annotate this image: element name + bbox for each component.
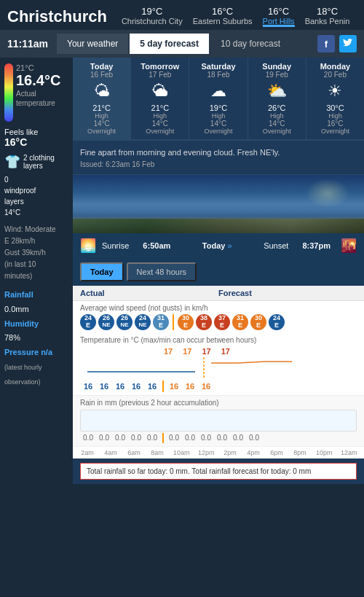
day-forecast-row: Today 16 Feb 🌤 21°C High 14°C Overnight … [73,58,364,140]
temp-forecast-3: 17 [221,347,230,356]
rain-forecast-4: 0.0 [230,434,246,442]
tab-5day[interactable]: 5 day forecast [130,34,209,54]
rain-forecast-2: 0.0 [198,434,214,442]
description-box: Fine apart from morning and evening clou… [73,140,364,175]
time-11: 12am [341,449,357,456]
time-labels: 2am 4am 6am 8am 10am 12pm 2pm 4pm 6pm 8p… [73,446,364,459]
wind-info: Wind: Moderate E 28km/h Gust 39km/h (in … [4,224,68,282]
location-eastern-suburbs[interactable]: 16°C Eastern Suburbs [193,6,253,27]
wind-actual-1: 26NE [98,314,114,330]
time-4: 10am [173,449,189,456]
time-7: 4pm [246,449,261,456]
wind-forecast-4: 30E [250,314,266,330]
rain-chart [80,410,357,432]
clothing-info: 👕 2 clothing layers [4,154,68,170]
tomorrow-weather-icon: 🌥 [132,82,187,101]
rain-actual-1: 0.0 [96,434,112,442]
wind-actual-2: 26NE [116,314,132,330]
wind-forecast-3: 31E [232,314,248,330]
rain-actual-4: 0.0 [144,434,160,442]
tab-today[interactable]: Today [80,262,124,281]
location-list: 19°C Christchurch City 16°C Eastern Subu… [122,6,349,27]
temp-forecast-0: 17 [164,347,173,356]
rain-actual-3: 0.0 [128,434,144,442]
facebook-icon[interactable]: f [317,35,335,52]
feels-like-temp: 16°C [4,136,27,148]
wind-forecast-0: 30E [178,314,194,330]
rain-forecast-5: 0.0 [246,434,262,442]
actual-temp: 16.4°C [16,72,60,89]
today-label: Today » [176,241,258,250]
shirt-icon: 👕 [4,154,20,170]
description-text: Fine apart from morning and evening clou… [80,147,357,159]
tab-your-weather[interactable]: Your weather [57,34,128,54]
tab-next-48[interactable]: Next 48 hours [127,262,197,281]
today-arrows: » [227,241,232,250]
temp-gradient-bar [4,63,13,122]
navbar: 11:11am Your weather 5 day forecast 10 d… [0,30,364,58]
rain-section: Rain in mm (previous 2 hour accumulation… [73,395,364,446]
city-name: Christchurch [7,7,107,26]
temp-top-label: 21°C [16,63,60,72]
rain-forecast-3: 0.0 [214,434,230,442]
day-col-saturday: Saturday 18 Feb ☁ 19°C High 14°C Overnig… [189,58,248,139]
temp-forecast-bottom-2: 16 [198,382,214,391]
actual-temp-label: Actualtemperature [16,89,60,108]
rain-actual-0: 0.0 [80,434,96,442]
wind-forecast-2: 37E [214,314,230,330]
windproof-info: 0 windproof layers 14°C [4,174,68,218]
sun-row: 🌅 Sunrise 6:50am Today » Sunset 8:37pm 🌇 [73,233,364,258]
temp-chart [80,357,357,379]
sunset-icon: 🌇 [341,238,357,254]
sunrise-icon: 🌅 [80,238,96,254]
footer-text: Total rainfall so far today: 0 mm. Total… [87,467,311,475]
weather-stats: Rainfall 0.0mm Humidity 78% Pressure n/a… [4,288,68,389]
temp-actual-3: 16 [128,382,144,391]
issued-time: Issued: 6:23am 16 Feb [80,160,357,168]
location-banks-penin[interactable]: 18°C Banks Penin [305,6,350,27]
temp-actual-0: 16 [80,382,96,391]
location-port-hills[interactable]: 16°C Port Hills [263,6,295,27]
detail-tabs: Today Next 48 hours [73,258,364,286]
twitter-icon[interactable] [339,35,357,52]
sunset-label: Sunset [264,241,288,250]
today-weather-icon: 🌤 [74,82,129,101]
wind-forecast-1: 38E [196,314,212,330]
time-9: 8pm [293,449,307,456]
temp-top-values: 17 17 17 17 [80,347,357,356]
time-2: 6am [127,449,141,456]
landscape-overlay [73,211,364,233]
landscape-image [73,175,364,233]
temp-forecast-2: 17 [202,347,211,356]
wind-circles: 24E 26NE 26NE 24NE 31E 30E 38E 37E 31E 3… [80,314,357,330]
temp-label: Temperature in °C (max/min can occur bet… [80,336,357,344]
location-christchurch-city[interactable]: 19°C Christchurch City [122,6,183,27]
wind-forecast-5: 24E [269,314,285,330]
feels-like: Feels like 16°C [4,128,68,148]
nav-tab-group: Your weather 5 day forecast 10 day forec… [57,34,317,54]
rain-actual-2: 0.0 [112,434,128,442]
temp-forecast-1: 17 [183,347,191,356]
time-10: 10pm [316,449,332,456]
temp-forecast-bottom-0: 16 [166,382,182,391]
temp-actual-2: 16 [112,382,128,391]
wind-label: Average wind speed (not gusts) in km/h [80,304,357,312]
clothing-layers: 2 clothing layers [23,154,55,170]
rainfall-stat: Rainfall 0.0mm [4,288,68,317]
wind-actual-0: 24E [80,314,96,330]
sunrise-time: 6:50am [143,241,170,250]
forecast-header: Forecast [218,289,357,297]
temp-bar: 21°C 16.4°C Actualtemperature [4,63,68,122]
temp-bottom-row: 16 16 16 16 16 16 16 16 [73,379,364,395]
wind-speed-section: Average wind speed (not gusts) in km/h 2… [73,301,364,333]
day-col-tomorrow: Tomorrow 17 Feb 🌥 21°C High 14°C Overnig… [131,58,189,139]
humidity-stat: Humidity 78% [4,317,68,346]
time-1: 4am [103,449,118,456]
rain-forecast-0: 0.0 [166,434,182,442]
temp-actual-4: 16 [144,382,160,391]
rain-forecast-1: 0.0 [182,434,198,442]
data-section: Actual Forecast Average wind speed (not … [73,286,364,459]
actual-header: Actual [80,289,218,297]
data-headers: Actual Forecast [73,286,364,301]
tab-10day[interactable]: 10 day forecast [210,34,290,54]
